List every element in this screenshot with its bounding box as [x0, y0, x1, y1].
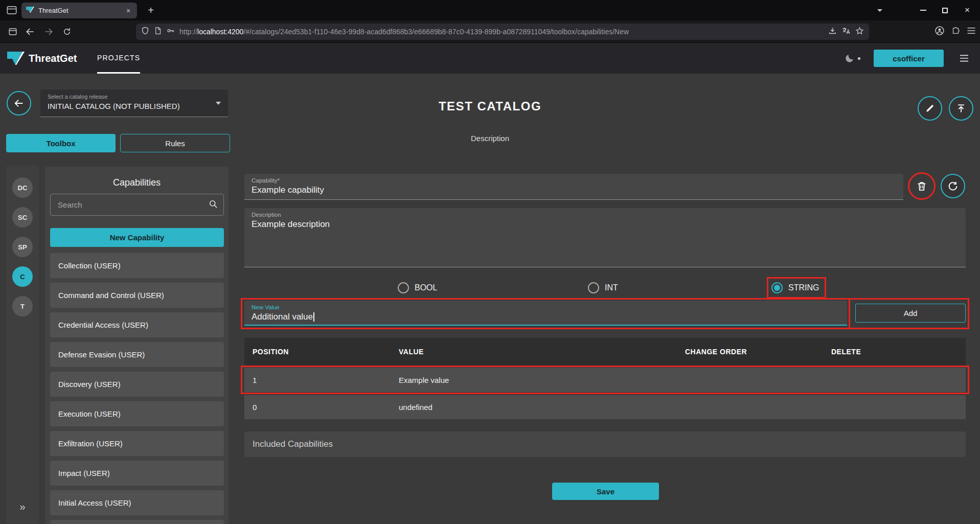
table-row[interactable]: 0 undefined: [244, 395, 966, 419]
browser-toolbar: http://localhost:4200/#/catalogs/24ed53b…: [0, 20, 980, 43]
category-bubble-c[interactable]: C: [12, 266, 33, 287]
radio-label: INT: [605, 283, 618, 292]
trash-icon: [916, 180, 927, 192]
forward-icon[interactable]: [41, 24, 56, 39]
pencil-icon: [925, 103, 935, 113]
user-button[interactable]: csofficer: [874, 50, 944, 67]
included-capabilities-section[interactable]: Included Capabilities: [244, 431, 966, 457]
radio-option-string[interactable]: STRING: [771, 282, 819, 293]
capabilities-panel: Capabilities New Capability Collection (…: [45, 167, 229, 524]
window-minimize-button[interactable]: [913, 0, 933, 20]
tab-overview-icon[interactable]: [5, 24, 20, 39]
capability-list-item[interactable]: Discovery (USER): [50, 372, 224, 397]
capability-list-item[interactable]: Credential Access (USER): [50, 312, 224, 337]
category-sidebar: DC SC SP C T »: [6, 166, 39, 524]
cell-value: Example value: [391, 376, 677, 384]
window-maximize-button[interactable]: [935, 0, 955, 20]
url-path: /#/catalogs/24ed53b1-f110-46e3-99d8-acad…: [243, 28, 629, 36]
save-button[interactable]: Save: [552, 483, 659, 500]
capability-list-item[interactable]: Exfiltration (USER): [50, 431, 224, 456]
table-row[interactable]: 1 Example value: [244, 368, 966, 392]
column-header: CHANGE ORDER: [677, 348, 823, 356]
sidebar-expand-icon[interactable]: »: [6, 501, 39, 513]
reset-capability-button[interactable]: [941, 174, 965, 198]
catalog-release-label: Select a catalog release: [48, 94, 221, 100]
publish-catalog-button[interactable]: [949, 96, 973, 121]
catalog-release-value: INITIAL CATALOG (NOT PUBLISHED): [48, 102, 221, 110]
tab-close-icon[interactable]: ×: [124, 7, 132, 15]
cell-position: 0: [244, 403, 391, 412]
translate-icon[interactable]: [841, 26, 851, 37]
nav-projects-label: PROJECTS: [97, 54, 140, 62]
catalog-release-select[interactable]: Select a catalog release INITIAL CATALOG…: [40, 89, 228, 117]
url-protocol: http://: [179, 28, 197, 36]
url-bar[interactable]: http://localhost:4200/#/catalogs/24ed53b…: [136, 24, 869, 40]
list-all-tabs-icon[interactable]: [873, 5, 886, 15]
capability-list-item[interactable]: Initial Access (USER): [50, 490, 224, 515]
new-capability-button[interactable]: New Capability: [50, 228, 224, 247]
capability-field[interactable]: Capability* Example capability: [244, 174, 903, 200]
browser-tab-strip: ThreatGet × + ×: [0, 0, 980, 20]
browser-tab[interactable]: ThreatGet ×: [21, 3, 137, 18]
capabilities-list: Collection (USER) Command and Control (U…: [50, 253, 224, 524]
tab-title: ThreatGet: [38, 7, 120, 14]
capability-list-item[interactable]: Collection (USER): [50, 253, 224, 278]
capabilities-search[interactable]: [50, 194, 224, 216]
capability-list-item[interactable]: Execution (USER): [50, 401, 224, 426]
new-value-field[interactable]: New Value Additional value: [244, 301, 847, 326]
values-table-header: POSITION VALUE CHANGE ORDER DELETE: [244, 338, 966, 366]
new-tab-button[interactable]: +: [143, 3, 158, 17]
theme-toggle[interactable]: [845, 53, 860, 63]
back-icon[interactable]: [22, 24, 38, 39]
bookmark-star-icon[interactable]: [855, 27, 864, 37]
radio-label: BOOL: [415, 283, 437, 292]
app-menu-icon[interactable]: [957, 52, 971, 65]
search-icon: [208, 199, 218, 211]
cell-value: undefined: [391, 403, 677, 412]
description-field[interactable]: Description Example description: [244, 208, 966, 267]
capability-field-value: Example capability: [252, 185, 896, 195]
browser-menu-icon[interactable]: [967, 27, 976, 37]
app-header: ThreatGet PROJECTS csofficer: [0, 43, 980, 74]
reload-icon[interactable]: [59, 24, 75, 39]
search-input[interactable]: [57, 200, 208, 210]
account-icon[interactable]: [935, 26, 945, 38]
browser-window: ThreatGet × + ×: [0, 0, 980, 524]
extensions-icon[interactable]: [951, 27, 960, 37]
capability-list-item[interactable]: [50, 520, 224, 524]
category-bubble-t[interactable]: T: [12, 296, 33, 316]
chevron-down-icon: [216, 102, 221, 105]
description-field-label: Description: [252, 212, 959, 218]
page-info-icon[interactable]: [154, 27, 162, 37]
column-header: VALUE: [391, 348, 677, 356]
downloads-icon[interactable]: [828, 27, 837, 37]
capability-list-item[interactable]: Defense Evasion (USER): [50, 342, 224, 367]
tab-rules[interactable]: Rules: [120, 134, 230, 152]
firefox-view-icon[interactable]: [5, 4, 18, 16]
cell-position: 1: [244, 376, 391, 384]
add-value-button[interactable]: Add: [855, 304, 966, 323]
radio-option-int[interactable]: INT: [588, 282, 618, 293]
category-bubble-sc[interactable]: SC: [12, 207, 33, 227]
new-value-field-label: New Value: [252, 304, 840, 310]
radio-circle-icon: [398, 282, 409, 293]
tab-favicon-icon: [26, 6, 34, 15]
delete-capability-button[interactable]: [909, 174, 934, 198]
radio-circle-icon: [588, 282, 599, 293]
radio-option-bool[interactable]: BOOL: [398, 282, 437, 293]
toggle-dot-icon: [858, 57, 860, 60]
category-bubble-dc[interactable]: DC: [12, 177, 33, 198]
app-brand: ThreatGet: [29, 43, 77, 74]
text-cursor: [313, 312, 314, 322]
back-button[interactable]: [7, 91, 31, 116]
window-close-button[interactable]: ×: [957, 0, 977, 20]
url-text: http://localhost:4200/#/catalogs/24ed53b…: [179, 28, 824, 36]
nav-projects[interactable]: PROJECTS: [97, 43, 140, 74]
category-bubble-sp[interactable]: SP: [12, 237, 33, 257]
capability-list-item[interactable]: Command and Control (USER): [50, 283, 224, 308]
capability-list-item[interactable]: Impact (USER): [50, 461, 224, 486]
edit-catalog-button[interactable]: [918, 96, 942, 121]
shield-icon[interactable]: [141, 27, 149, 37]
tab-toolbox[interactable]: Toolbox: [6, 134, 116, 152]
key-icon[interactable]: [166, 27, 175, 37]
